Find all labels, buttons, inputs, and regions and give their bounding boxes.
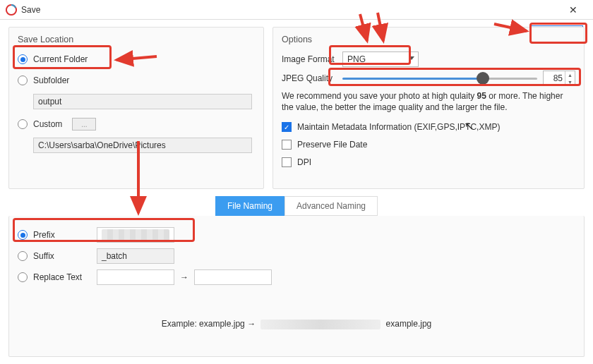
image-format-select[interactable]: PNG	[342, 51, 419, 67]
spin-down-icon: ▼	[565, 78, 575, 85]
slider-thumb[interactable]	[477, 72, 489, 85]
label-preserve-date: Preserve File Date	[297, 140, 367, 150]
subfolder-input[interactable]: output	[33, 94, 252, 109]
label-replace: Replace Text	[33, 272, 91, 282]
options-panel: Options Image Format PNG JPEG Quality 85…	[272, 27, 585, 189]
jpeg-quality-spinner[interactable]: 85 ▲▼	[543, 71, 575, 86]
radio-suffix[interactable]	[18, 251, 28, 261]
custom-path-input[interactable]: C:\Users\sarba\OneDrive\Pictures	[33, 138, 252, 153]
caret-down-icon	[409, 56, 414, 60]
radio-prefix[interactable]	[18, 230, 28, 240]
label-current-folder: Current Folder	[33, 54, 88, 64]
replace-to-input[interactable]	[194, 269, 272, 285]
example-text: Example: example.jpg → example.jpg	[18, 319, 575, 329]
prefix-input[interactable]	[97, 227, 174, 243]
app-icon	[6, 4, 17, 16]
close-button[interactable]: ✕	[559, 0, 587, 20]
label-subfolder: Subfolder	[33, 75, 69, 85]
checkbox-preserve-date[interactable]	[282, 140, 292, 150]
label-suffix: Suffix	[33, 251, 91, 261]
save-location-title: Save Location	[18, 35, 255, 44]
naming-panel: Prefix Suffix _batch Replace Text → Exam…	[8, 216, 585, 357]
label-custom: Custom	[33, 119, 62, 129]
mouse-cursor-icon: ↖	[465, 119, 474, 133]
spin-up-icon: ▲	[565, 71, 575, 78]
suffix-input[interactable]: _batch	[97, 248, 174, 264]
label-dpi: DPI	[297, 157, 311, 167]
window-title: Save	[21, 5, 559, 15]
replace-from-input[interactable]	[97, 269, 174, 285]
radio-custom[interactable]	[18, 119, 28, 129]
naming-tabs: File Naming Advanced Naming	[8, 196, 585, 216]
quality-hint: We recommend you save your photo at high…	[282, 90, 575, 113]
tab-file-naming[interactable]: File Naming	[215, 196, 284, 216]
checkbox-dpi[interactable]	[282, 157, 292, 167]
arrow-icon: →	[180, 272, 188, 282]
label-image-format: Image Format	[282, 54, 337, 64]
checkbox-metadata[interactable]: ✓	[282, 122, 292, 132]
save-location-panel: Save Location Current Folder Subfolder o…	[8, 27, 264, 189]
radio-subfolder[interactable]	[18, 75, 28, 85]
title-bar: Save ✕	[0, 0, 593, 20]
radio-current-folder[interactable]	[18, 54, 28, 64]
tab-advanced-naming[interactable]: Advanced Naming	[284, 196, 378, 216]
label-prefix: Prefix	[33, 230, 91, 240]
radio-replace[interactable]	[18, 272, 28, 282]
jpeg-quality-slider[interactable]	[342, 71, 537, 86]
label-jpeg-quality: JPEG Quality	[282, 73, 337, 83]
browse-button[interactable]: ...	[72, 118, 96, 131]
options-title: Options	[282, 35, 575, 44]
